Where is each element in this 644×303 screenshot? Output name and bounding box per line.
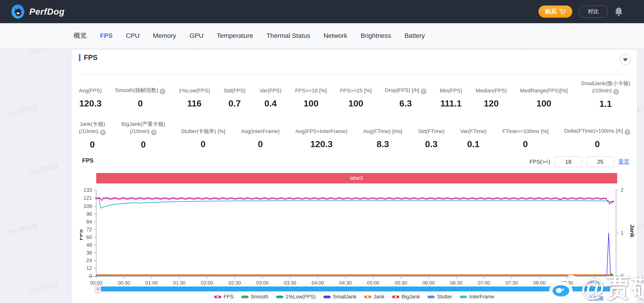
svg-text:06:30: 06:30 — [450, 280, 462, 285]
brand-logo[interactable]: PerfDog — [11, 4, 65, 19]
top-navbar: PerfDog 购买 对比 — [0, 0, 644, 23]
legend-marker — [241, 296, 248, 298]
metric-metrics_row2-3: Avg(InterFrame)0 — [241, 120, 280, 150]
tab-battery[interactable]: Battery — [404, 32, 425, 39]
metric-value: 1.1 — [599, 98, 612, 109]
chart-range-scrollbar[interactable] — [96, 286, 618, 292]
svg-text:05:30: 05:30 — [395, 280, 407, 285]
metric-metrics_row2-2: Stutter(卡顿率) [%]0 — [181, 120, 225, 150]
legend-item-stutter[interactable]: Stutter — [428, 294, 452, 300]
help-icon[interactable]: ? — [100, 130, 106, 135]
legend-item-smalljank[interactable]: SmallJank — [324, 294, 357, 300]
tab-gpu[interactable]: GPU — [190, 32, 204, 39]
help-icon[interactable]: ? — [624, 129, 630, 135]
metric-value: 6.3 — [400, 98, 412, 108]
chevron-down-icon — [623, 58, 628, 62]
metric-metrics_row2-0: Jank(卡顿)(/10min)?0 — [79, 120, 106, 150]
svg-text:133: 133 — [84, 187, 92, 193]
legend-item-jank[interactable]: Jank — [364, 294, 384, 300]
metric-metrics_row2-1: BigJank(严重卡顿)(/10min)?0 — [121, 120, 165, 150]
svg-text:72: 72 — [86, 226, 92, 232]
help-icon[interactable]: ? — [421, 88, 426, 94]
tab-brightness[interactable]: Brightness — [361, 32, 391, 39]
tab-cpu[interactable]: CPU — [126, 32, 140, 39]
metrics-row-2: Jank(卡顿)(/10min)?0BigJank(严重卡顿)(/10min)?… — [79, 120, 630, 150]
tab-memory[interactable]: Memory — [153, 32, 176, 39]
legend-item-1-low-fps-[interactable]: 1%Low(FPS) — [276, 294, 316, 300]
svg-text:07:00: 07:00 — [478, 280, 490, 285]
tab--[interactable]: 概览 — [74, 31, 87, 40]
scrollbar-left-handle[interactable] — [95, 285, 101, 293]
fps-threshold-label: FPS(>=) — [529, 159, 550, 165]
metric-metrics_row2-9: Delta(FTime)>100ms [/h]?0 — [564, 120, 630, 150]
svg-text:36: 36 — [86, 250, 92, 256]
collapse-panel-button[interactable] — [620, 54, 631, 65]
metric-value: 120 — [484, 98, 498, 108]
svg-text:07:30: 07:30 — [506, 280, 518, 285]
legend-item-fps[interactable]: FPS — [214, 294, 234, 300]
hide-all-link[interactable]: 全隐藏 — [588, 295, 604, 302]
perfdog-watermark-text: PerfDog — [7, 220, 38, 238]
metric-label: 1%Low(FPS) — [179, 80, 210, 94]
metric-label: FPS>=25 [%] — [340, 80, 372, 94]
svg-text:121: 121 — [84, 195, 92, 201]
metric-value: 111.1 — [440, 98, 462, 108]
tab-thermal-status[interactable]: Thermal Status — [266, 32, 310, 39]
metric-label: Smooth(稳帧指数)? — [115, 80, 166, 94]
metric-label: Min(FPS) — [440, 80, 462, 94]
legend-item-smooth[interactable]: Smooth — [241, 294, 268, 300]
metric-metrics_row1-6: FPS>=25 [%]100 — [340, 80, 372, 109]
metric-metrics_row1-0: Avg(FPS)120.3 — [79, 80, 102, 109]
buy-button[interactable]: 购买 — [538, 6, 572, 18]
svg-text:09:00: 09:00 — [589, 280, 601, 285]
legend-item-interframe[interactable]: InterFrame — [460, 294, 494, 300]
tab-fps[interactable]: FPS — [100, 32, 112, 39]
legend-label: 1%Low(FPS) — [286, 294, 316, 300]
svg-text:02:00: 02:00 — [201, 280, 213, 285]
legend-marker-dot — [367, 296, 369, 298]
section-accent-bar — [79, 54, 80, 61]
metric-label: Delta(FTime)>100ms [/h]? — [564, 120, 630, 135]
perfdog-watermark-text: PerfDog — [28, 279, 58, 296]
metric-label: Avg(FPS) — [79, 80, 102, 94]
svg-text:08:30: 08:30 — [561, 280, 573, 285]
metric-metrics_row1-2: 1%Low(FPS)116 — [179, 80, 210, 109]
metric-metrics_row1-10: MedRange(FPS)[%]100 — [520, 80, 568, 109]
svg-text:00:00: 00:00 — [90, 280, 102, 285]
metric-label: Std(FPS) — [224, 80, 246, 94]
metric-label: Stutter(卡顿率) [%] — [181, 120, 225, 135]
legend-label: Smooth — [251, 294, 268, 300]
brand-name: PerfDog — [29, 6, 65, 17]
legend-marker — [364, 296, 371, 298]
metric-label: Jank(卡顿)(/10min)? — [79, 120, 106, 135]
fps-threshold-input-low[interactable] — [554, 156, 582, 167]
fps-threshold-input-high[interactable] — [586, 156, 614, 167]
tab-temperature[interactable]: Temperature — [217, 32, 253, 39]
svg-text:04:00: 04:00 — [312, 280, 324, 285]
reset-link[interactable]: 重置 — [618, 158, 629, 166]
metric-metrics_row1-11: SmallJank(微小卡顿)(/10min)?1.1 — [581, 80, 630, 109]
legend-marker — [392, 296, 399, 298]
legend-marker — [276, 296, 283, 298]
legend-label: Jank — [374, 294, 384, 300]
metric-label: Avg(InterFrame) — [241, 120, 280, 135]
metric-label: Std(FTime) — [418, 120, 444, 135]
help-icon[interactable]: ? — [613, 89, 619, 95]
legend-marker — [460, 296, 467, 298]
help-icon[interactable]: ? — [160, 88, 166, 94]
metric-value: 0.1 — [467, 139, 480, 149]
scrollbar-right-handle[interactable] — [612, 285, 618, 293]
notification-bell-icon[interactable] — [614, 7, 623, 16]
metric-value: 120.3 — [79, 98, 102, 108]
compare-button[interactable]: 对比 — [579, 6, 608, 18]
metric-value: 0 — [141, 139, 146, 150]
tab-network[interactable]: Network — [324, 32, 348, 39]
help-icon[interactable]: ? — [151, 130, 157, 135]
metric-metrics_row2-7: Var(FTime)0.1 — [460, 120, 486, 150]
svg-text:84: 84 — [86, 219, 92, 225]
legend-item-bigjank[interactable]: BigJank — [392, 294, 420, 300]
legend-label: BigJank — [402, 294, 420, 300]
metric-value: 116 — [187, 98, 202, 108]
chart-label-text: label1 — [350, 175, 364, 181]
metric-metrics_row1-3: Std(FPS)0.7 — [223, 80, 246, 109]
